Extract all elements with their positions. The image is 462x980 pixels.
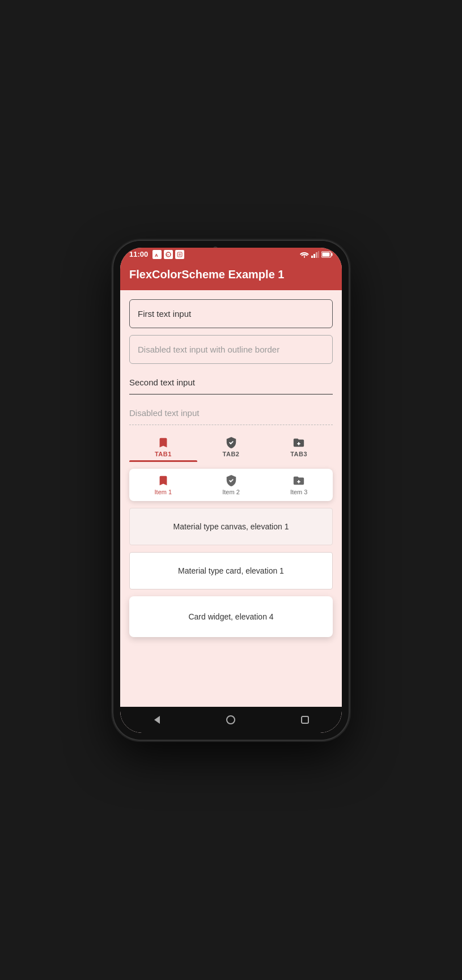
app-bar: FlexColorScheme Example 1 <box>120 261 342 290</box>
svg-rect-7 <box>311 256 313 258</box>
first-text-input[interactable]: First text input <box>129 299 333 328</box>
folder-plus-icon-nav3 <box>293 474 305 487</box>
phone-screen: 11:00 A P <box>120 248 342 733</box>
card-canvas: Material type canvas, elevation 1 <box>129 508 333 545</box>
tab1-label: TAB1 <box>155 451 172 457</box>
svg-rect-20 <box>302 716 308 723</box>
svg-rect-9 <box>316 252 317 258</box>
svg-text:P: P <box>167 253 169 257</box>
check-shield-icon-nav2 <box>225 474 238 487</box>
second-input-container: Second text input <box>129 371 333 394</box>
home-button[interactable] <box>225 714 236 726</box>
status-icons: A P <box>152 250 184 259</box>
tab-item-3[interactable]: TAB3 <box>265 432 333 462</box>
nav1-label: Item 1 <box>155 489 172 495</box>
disabled-outline-input: Disabled text input with outline border <box>129 335 333 364</box>
status-right <box>300 251 333 258</box>
second-text-input[interactable]: Second text input <box>129 371 333 394</box>
tab2-label: TAB2 <box>223 451 240 457</box>
app-title: FlexColorScheme Example 1 <box>129 268 333 281</box>
nav-item-1[interactable]: Item 1 <box>129 469 197 501</box>
battery-icon <box>321 251 333 258</box>
back-button[interactable] <box>151 714 163 726</box>
status-icon-a: A <box>152 250 162 259</box>
folder-plus-icon-tab3 <box>293 436 305 449</box>
tab-bar: TAB1 TAB2 TAB3 <box>129 432 333 462</box>
content-area[interactable]: First text input Disabled text input wit… <box>120 290 342 707</box>
card-canvas-label: Material type canvas, elevation 1 <box>173 522 289 531</box>
nav-item-3[interactable]: Item 3 <box>265 469 333 501</box>
system-bar <box>120 707 342 733</box>
status-bar: 11:00 A P <box>120 248 342 261</box>
tab3-label: TAB3 <box>290 451 307 457</box>
card-elevated-label: Card widget, elevation 4 <box>188 612 273 621</box>
check-shield-icon-tab2 <box>225 436 238 449</box>
card-elevated: Card widget, elevation 4 <box>129 596 333 637</box>
card-card-label: Material type card, elevation 1 <box>178 566 284 575</box>
svg-marker-18 <box>154 716 160 724</box>
card-card: Material type card, elevation 1 <box>129 552 333 589</box>
recents-button[interactable] <box>299 714 311 726</box>
svg-rect-8 <box>313 254 315 258</box>
bookmark-icon-tab1 <box>157 436 169 449</box>
status-time: 11:00 <box>129 250 148 258</box>
svg-rect-3 <box>177 252 182 257</box>
nav2-label: Item 2 <box>222 489 240 495</box>
status-left: 11:00 A P <box>129 250 184 259</box>
svg-rect-10 <box>318 251 319 258</box>
svg-rect-13 <box>323 252 330 256</box>
disabled-outlined-input-container: Disabled text input with outline border <box>129 335 333 364</box>
svg-point-19 <box>227 716 235 724</box>
disabled-underline-input: Disabled text input <box>129 401 333 425</box>
status-icon-b: P <box>164 250 173 259</box>
nav3-label: Item 3 <box>290 489 308 495</box>
svg-text:A: A <box>155 253 158 257</box>
tab-item-2[interactable]: TAB2 <box>197 432 265 462</box>
tab-item-1[interactable]: TAB1 <box>129 432 197 462</box>
first-input-container: First text input <box>129 299 333 328</box>
signal-icon <box>311 251 319 258</box>
svg-rect-12 <box>332 253 333 256</box>
phone-frame: 11:00 A P <box>113 241 349 740</box>
bottom-nav: Item 1 Item 2 I <box>129 469 333 501</box>
wifi-icon <box>300 251 309 258</box>
disabled-underline-input-container: Disabled text input <box>129 401 333 425</box>
svg-point-6 <box>304 257 305 258</box>
bookmark-icon-nav1 <box>157 474 169 487</box>
status-icon-c <box>175 250 184 259</box>
nav-item-2[interactable]: Item 2 <box>197 469 265 501</box>
